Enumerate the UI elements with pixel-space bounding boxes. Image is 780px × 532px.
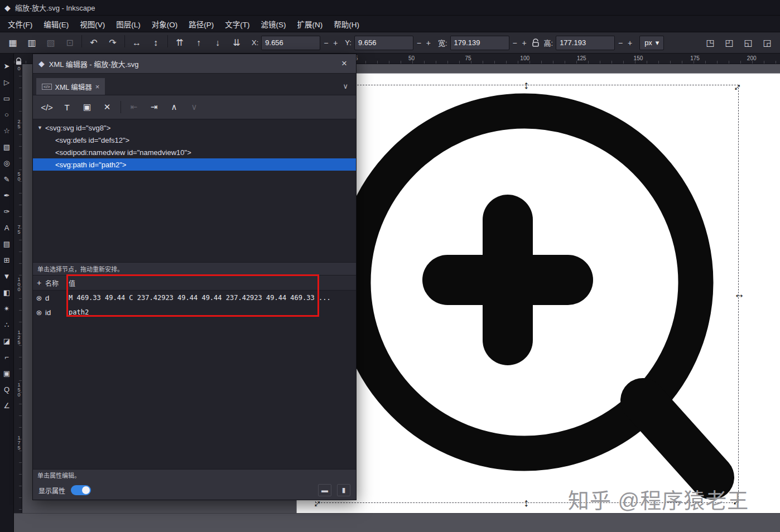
indent-node-icon[interactable]: ⇥ [145, 99, 163, 115]
command-icons-left: ▦▥▧⊡↶↷↔↕⇈↑↓⇊ [3, 35, 246, 51]
pencil-tool[interactable]: ✎ [1, 171, 13, 187]
pages-tool[interactable]: ▣ [1, 365, 13, 381]
add-attribute-button[interactable]: + [33, 278, 45, 287]
xml-node-namedview[interactable]: <sodipodi:namedview id="namedview10"> [33, 146, 356, 158]
xml-node-defs[interactable]: <svg:defs id="defs12"> [33, 134, 356, 146]
delete-attribute-icon[interactable]: ⊗ [33, 308, 45, 317]
layout-horizontal-icon[interactable]: ▬ [318, 484, 331, 496]
ellipse-tool[interactable]: ○ [1, 107, 13, 123]
x-minus-button[interactable]: − [322, 38, 330, 47]
new-element-node-icon[interactable]: </> [37, 99, 56, 115]
delete-node-icon[interactable]: ✕ [98, 99, 117, 115]
menu-item[interactable]: 帮助(H) [328, 16, 365, 32]
menu-item[interactable]: 路径(P) [183, 16, 219, 32]
new-text-node-icon[interactable]: T [57, 99, 76, 115]
box3d-tool[interactable]: ▧ [1, 139, 13, 155]
width-minus-button[interactable]: − [511, 38, 519, 47]
lower-node-icon[interactable]: ∨ [185, 99, 204, 115]
scale-stroke-toggle-icon[interactable]: ◳ [701, 35, 720, 51]
attribute-row-id[interactable]: ⊗ id path2 [33, 305, 356, 320]
layout-vertical-icon[interactable]: ▮ [337, 484, 350, 496]
show-attributes-toggle[interactable] [71, 485, 91, 495]
title-bar[interactable]: ◆ 缩放-放大.svg - Inkscape [0, 0, 780, 16]
connector-tool[interactable]: ⌐ [1, 349, 13, 365]
width-input[interactable] [450, 36, 509, 50]
raise-icon[interactable]: ↑ [189, 35, 208, 51]
inkscape-logo-icon: ◆ [4, 3, 11, 12]
scale-corners-toggle-icon[interactable]: ◰ [720, 35, 739, 51]
menu-item[interactable]: 视图(V) [74, 16, 110, 32]
lock-ratio-icon[interactable] [532, 38, 540, 47]
undo-icon[interactable]: ↶ [84, 35, 103, 51]
flip-horizontal-icon[interactable]: ↔ [127, 35, 146, 51]
attribute-value[interactable]: M 469.33 49.44 C 237.42923 49.44 49.44 2… [69, 294, 356, 302]
pen-tool[interactable]: ✒ [1, 187, 13, 204]
mesh-tool[interactable]: ⊞ [1, 252, 13, 268]
scale-handle-right[interactable]: ↔ [732, 287, 747, 301]
height-plus-button[interactable]: + [626, 38, 634, 47]
y-minus-button[interactable]: − [415, 38, 423, 47]
x-input[interactable] [261, 36, 320, 50]
xml-node-svg-root[interactable]: ▼ <svg:svg id="svg8"> [33, 122, 356, 134]
dropper-tool[interactable]: ▼ [1, 268, 13, 284]
height-input[interactable] [556, 36, 615, 50]
x-plus-button[interactable]: + [331, 38, 339, 47]
lock-guides-icon[interactable] [15, 57, 22, 66]
scale-gradients-toggle-icon[interactable]: ◱ [739, 35, 758, 51]
node-tool[interactable]: ▷ [1, 74, 13, 90]
gradient-tool[interactable]: ▤ [1, 236, 13, 252]
calligraphy-tool[interactable]: ✑ [1, 204, 13, 220]
menu-item[interactable]: 文件(F) [2, 16, 38, 32]
scale-handle-top[interactable]: ↕ [519, 78, 533, 92]
redo-icon[interactable]: ↷ [103, 35, 122, 51]
attribute-row-d[interactable]: ⊗ d M 469.33 49.44 C 237.42923 49.44 49.… [33, 291, 356, 305]
spiral-tool[interactable]: ◎ [1, 155, 13, 171]
menu-item[interactable]: 图层(L) [110, 16, 146, 32]
unindent-node-icon[interactable]: ⇤ [124, 99, 143, 115]
tab-close-icon[interactable]: × [95, 83, 100, 91]
text-tool[interactable]: A [1, 220, 13, 236]
menu-item[interactable]: 扩展(N) [292, 16, 329, 32]
lower-icon[interactable]: ↓ [208, 35, 227, 51]
status-bar-area [14, 513, 780, 532]
menu-item[interactable]: 对象(O) [146, 16, 184, 32]
zoom-tool[interactable]: Q [1, 381, 13, 398]
scale-patterns-toggle-icon[interactable]: ◲ [758, 35, 777, 51]
rectangle-tool[interactable]: ▭ [1, 90, 13, 107]
menu-item[interactable]: 滤镜(S) [256, 16, 292, 32]
expander-icon[interactable]: ▼ [37, 125, 45, 130]
menu-item[interactable]: 编辑(E) [38, 16, 74, 32]
spray-tool[interactable]: ∴ [1, 317, 13, 333]
y-plus-button[interactable]: + [425, 38, 432, 47]
flip-vertical-icon[interactable]: ↕ [146, 35, 165, 51]
select-all-icon[interactable]: ▥ [22, 35, 41, 51]
chevron-down-icon[interactable]: ∨ [343, 82, 353, 95]
watermark-text: 知乎 @程序猿老王 [568, 483, 749, 514]
lower-to-bottom-icon[interactable]: ⇊ [227, 35, 246, 51]
tweak-tool[interactable]: ✴ [1, 301, 13, 317]
attribute-value[interactable]: path2 [69, 308, 356, 316]
raise-node-icon[interactable]: ∧ [165, 99, 184, 115]
scale-handle-bottom[interactable]: ↕ [519, 495, 533, 510]
menu-item[interactable]: 文字(T) [219, 16, 255, 32]
eraser-tool[interactable]: ◪ [1, 333, 13, 349]
width-plus-button[interactable]: + [521, 38, 528, 47]
dialog-title-bar[interactable]: ◆ XML 编辑器 - 缩放-放大.svg × [33, 54, 356, 74]
ruler-vertical[interactable]: 0255075100125150175 [14, 64, 22, 532]
delete-attribute-icon[interactable]: ⊗ [33, 294, 45, 302]
bucket-tool[interactable]: ◧ [1, 284, 13, 301]
y-input[interactable] [354, 36, 413, 50]
measure-tool[interactable]: ∠ [1, 398, 13, 414]
xml-node-path-selected[interactable]: <svg:path id="path2"> [33, 158, 356, 171]
raise-to-top-icon[interactable]: ⇈ [170, 35, 189, 51]
select-same-icon[interactable]: ▧ [41, 35, 60, 51]
selector-tool[interactable]: ➤ [1, 58, 13, 74]
unit-dropdown[interactable]: px ▾ [639, 36, 664, 50]
close-icon[interactable]: × [338, 58, 350, 69]
deselect-icon[interactable]: ⊡ [60, 35, 79, 51]
tab-xml-editor[interactable]: </> XML 编辑器 × [36, 78, 105, 95]
star-tool[interactable]: ☆ [1, 123, 13, 139]
duplicate-node-icon[interactable]: ▣ [78, 99, 97, 115]
height-minus-button[interactable]: − [617, 38, 624, 47]
selection-settings-icon[interactable]: ▦ [3, 35, 22, 51]
